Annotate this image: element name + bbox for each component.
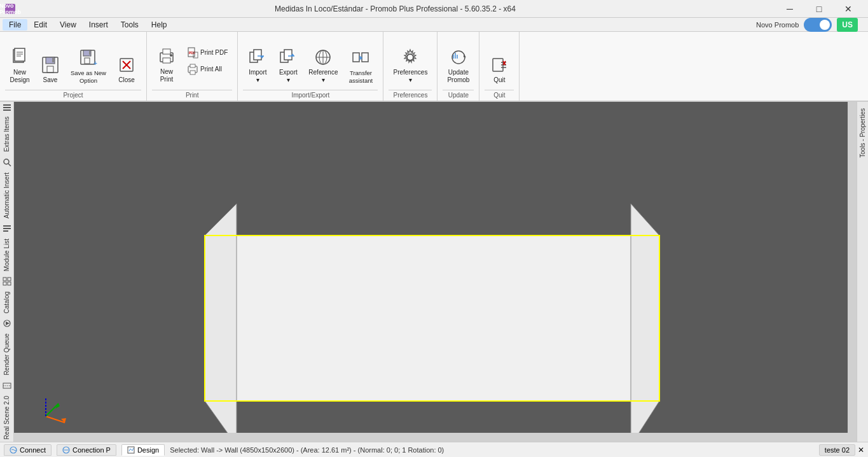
ribbon: NewDesign Save xyxy=(0,32,868,102)
sidebar-tab-module-list[interactable]: Module List xyxy=(2,235,11,275)
svg-rect-26 xyxy=(190,71,195,74)
svg-rect-53 xyxy=(3,109,11,111)
user-button[interactable]: US xyxy=(837,18,858,32)
sidebar-tab-render-queue[interactable]: Render Queue xyxy=(2,330,11,379)
sidebar-list-icon[interactable] xyxy=(1,224,13,233)
viewport[interactable] xyxy=(14,102,857,442)
sidebar-tab-catalog[interactable]: Catalog xyxy=(2,288,11,317)
quit-buttons: Quit xyxy=(485,34,514,87)
svg-rect-56 xyxy=(3,225,11,227)
svg-rect-51 xyxy=(3,104,11,106)
ribbon-group-project: NewDesign Save xyxy=(0,32,147,101)
new-print-button[interactable]: NewPrint xyxy=(152,36,181,87)
save-button[interactable]: Save xyxy=(36,36,65,87)
menu-view[interactable]: View xyxy=(53,19,83,31)
title-bar-title: Medidas In Loco/Estándar - Promob Plus P… xyxy=(15,4,775,13)
project-buttons: NewDesign Save xyxy=(5,34,141,87)
status-tab-conection-p[interactable]: Conection P xyxy=(57,444,116,456)
save-as-new-option-button[interactable]: + Save as NewOption xyxy=(66,36,111,87)
new-design-button[interactable]: NewDesign xyxy=(5,36,34,87)
svg-point-40 xyxy=(407,54,413,60)
svg-line-108 xyxy=(46,404,59,416)
sidebar-magnify-icon[interactable] xyxy=(1,158,13,167)
svg-text:PDF: PDF xyxy=(189,51,195,55)
right-sidebar: Tools - Properties xyxy=(857,102,868,442)
ribbon-group-update: UpdatePromob Update xyxy=(437,32,479,101)
right-tab-tools-properties[interactable]: Tools - Properties xyxy=(858,103,867,163)
novo-promob-toggle[interactable] xyxy=(804,18,832,32)
svg-line-55 xyxy=(8,164,11,166)
menu-file[interactable]: File xyxy=(3,19,27,31)
new-design-icon xyxy=(10,47,30,67)
scroll-right[interactable] xyxy=(848,102,857,442)
svg-point-20 xyxy=(170,54,172,57)
print-pdf-button[interactable]: PDF Print PDF xyxy=(183,45,232,60)
menu-tools[interactable]: Tools xyxy=(114,19,145,31)
transfer-assistant-button[interactable]: Transferassistant xyxy=(343,36,378,87)
svg-rect-18 xyxy=(163,49,170,54)
quit-button[interactable]: Quit xyxy=(485,36,514,87)
ribbon-group-preferences: Preferences▾ Preferences xyxy=(383,32,437,101)
scroll-bottom[interactable] xyxy=(14,433,848,442)
status-close-button[interactable]: ✕ xyxy=(858,446,864,454)
update-promob-button[interactable]: UpdatePromob xyxy=(443,36,474,87)
sidebar-grid-icon[interactable] xyxy=(1,277,13,286)
svg-rect-37 xyxy=(353,53,359,62)
reference-label: Reference▾ xyxy=(308,69,338,84)
status-tab-design[interactable]: Design xyxy=(121,444,165,456)
preferences-button[interactable]: Preferences▾ xyxy=(389,36,432,87)
sidebar-scene-icon[interactable] xyxy=(1,381,13,390)
save-as-new-option-label: Save as NewOption xyxy=(71,69,106,84)
svg-rect-62 xyxy=(8,282,11,285)
menu-help[interactable]: Help xyxy=(145,19,174,31)
update-promob-label: UpdatePromob xyxy=(447,69,469,84)
status-text: Selected: Wall -> Wall (4850x150x2600) -… xyxy=(170,446,814,454)
transfer-assistant-icon xyxy=(350,48,371,68)
status-tab-connect[interactable]: Connect xyxy=(4,444,52,456)
export-label: Export▾ xyxy=(279,69,298,84)
app-icon: Novo Promob xyxy=(5,4,15,14)
sidebar-tab-automatic-insert[interactable]: Automatic Insert xyxy=(2,169,11,222)
new-print-icon xyxy=(156,46,177,67)
svg-rect-12 xyxy=(89,51,90,55)
print-buttons: NewPrint PDF Print PDF xyxy=(152,34,232,87)
main-content: Extras Items Automatic Insert Module Lis… xyxy=(0,102,868,442)
print-all-icon xyxy=(187,64,198,75)
save-as-new-option-icon: + xyxy=(78,48,99,68)
menu-edit[interactable]: Edit xyxy=(27,19,53,31)
svg-rect-52 xyxy=(3,107,11,108)
print-all-button[interactable]: Print All xyxy=(183,62,232,77)
preferences-group-label: Preferences xyxy=(389,90,432,101)
conection-icon xyxy=(62,446,70,454)
close-button[interactable]: Close xyxy=(112,36,141,87)
print-small-buttons: PDF Print PDF Print All xyxy=(183,45,232,77)
axes-indicator xyxy=(33,391,71,429)
print-pdf-icon: PDF xyxy=(187,47,198,59)
import-export-group-label: Import/Export xyxy=(243,90,378,101)
menu-insert[interactable]: Insert xyxy=(83,19,114,31)
maximize-button[interactable]: □ xyxy=(804,0,834,18)
sidebar-render-icon[interactable] xyxy=(1,319,13,328)
svg-marker-64 xyxy=(6,321,10,325)
novo-promob-area: Novo Promob US xyxy=(748,18,865,32)
left-sidebar: Extras Items Automatic Insert Module Lis… xyxy=(0,102,14,442)
novo-promob-label: Novo Promob xyxy=(756,21,799,29)
sidebar-tab-real-scene[interactable]: Real Scene 2.0 xyxy=(2,392,11,442)
reference-button[interactable]: Reference▾ xyxy=(304,36,342,87)
update-promob-icon xyxy=(448,47,469,67)
status-bar: Connect Conection P Design Selected: Wal… xyxy=(0,442,868,457)
transfer-assistant-label: Transferassistant xyxy=(349,69,373,84)
ribbon-group-print: NewPrint PDF Print PDF xyxy=(147,32,238,101)
export-button[interactable]: Export▾ xyxy=(273,36,303,87)
title-bar-left: Novo Promob xyxy=(5,4,15,14)
update-buttons: UpdatePromob xyxy=(443,34,474,87)
close-window-button[interactable]: ✕ xyxy=(834,0,863,18)
status-scene-tab[interactable]: teste 02 xyxy=(819,444,855,456)
sidebar-icon-top[interactable] xyxy=(1,103,13,112)
minimize-button[interactable]: ─ xyxy=(775,0,804,18)
import-button[interactable]: Import▾ xyxy=(243,36,272,87)
sidebar-tab-extras-items[interactable]: Extras Items xyxy=(2,113,11,156)
new-print-label: NewPrint xyxy=(160,68,174,83)
export-icon xyxy=(278,47,298,67)
svg-rect-31 xyxy=(284,50,292,60)
